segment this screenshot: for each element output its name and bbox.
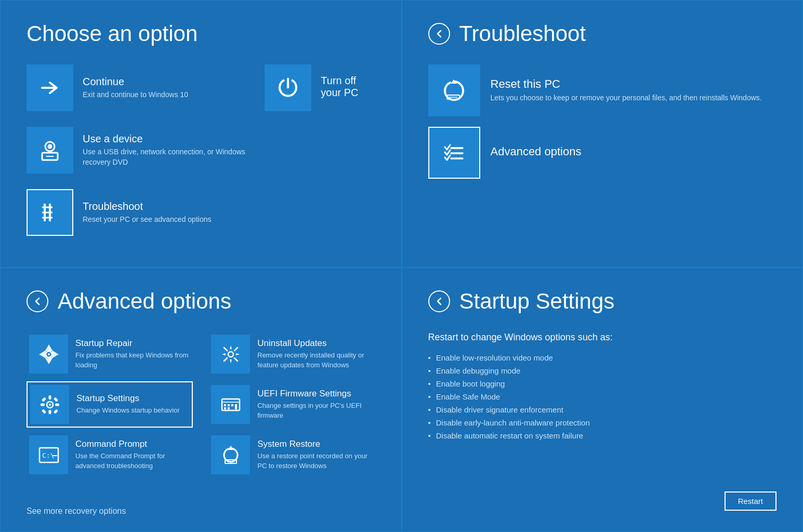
uninstall-updates-title: Uninstall Updates	[257, 338, 372, 349]
startup-repair-icon-box	[29, 335, 68, 374]
startup-settings-panel: Startup Settings Restart to change Windo…	[402, 268, 804, 532]
troubleshoot-text: Troubleshoot Reset your PC or see advanc…	[83, 201, 211, 225]
command-prompt-tile[interactable]: C:\ Command Prompt Use the Command Promp…	[27, 433, 193, 477]
q2-title: Troubleshoot	[428, 21, 777, 46]
q3-title: Advanced options	[27, 289, 375, 314]
svg-rect-40	[235, 404, 237, 409]
reset-pc-icon-box	[428, 64, 480, 116]
advanced-options-option[interactable]: Advanced options	[428, 127, 777, 179]
svg-marker-44	[228, 446, 234, 450]
startup-option-6: Disable early-launch anti-malware protec…	[428, 418, 777, 427]
uninstall-updates-desc: Remove recently installed quality or fea…	[257, 351, 372, 369]
reset-pc-desc: Lets you choose to keep or remove your p…	[491, 93, 762, 103]
uefi-firmware-tile[interactable]: UEFI Firmware Settings Change settings i…	[208, 381, 375, 428]
svg-rect-29	[41, 397, 46, 402]
q1-left-col: Continue Exit and continue to Windows 10…	[27, 64, 249, 246]
startup-option-7: Disable automatic restart on system fail…	[428, 431, 777, 440]
system-restore-text: System Restore Use a restore point recor…	[257, 439, 372, 470]
reset-pc-option[interactable]: Reset this PC Lets you choose to keep or…	[428, 64, 777, 116]
startup-option-2: Enable debugging mode	[428, 366, 777, 375]
troubleshoot-option[interactable]: Troubleshoot Reset your PC or see advanc…	[27, 189, 249, 236]
svg-point-24	[49, 404, 51, 406]
use-device-text: Use a device Use a USB drive, network co…	[83, 133, 249, 167]
uninstall-updates-tile[interactable]: Uninstall Updates Remove recently instal…	[208, 332, 375, 376]
restore-icon	[220, 444, 242, 466]
gear-icon	[220, 343, 242, 365]
turn-off-title: Turn off your PC	[321, 75, 375, 99]
startup-settings-title: Startup Settings	[76, 393, 180, 404]
svg-rect-36	[228, 404, 230, 406]
q1-right-col: Turn off your PC	[265, 64, 375, 246]
svg-rect-30	[53, 397, 58, 402]
q2-options: Reset this PC Lets you choose to keep or…	[428, 64, 777, 179]
svg-marker-16	[46, 345, 52, 351]
q1-title-text: Choose an option	[27, 21, 198, 46]
startup-settings-text: Startup Settings Change Windows startup …	[76, 393, 180, 415]
refresh-icon	[440, 76, 468, 105]
use-device-icon-box	[27, 127, 73, 174]
q3-tiles-grid: Startup Repair Fix problems that keep Wi…	[27, 332, 375, 477]
startup-repair-text: Startup Repair Fix problems that keep Wi…	[75, 338, 190, 369]
q4-title-text: Startup Settings	[459, 289, 615, 314]
continue-option[interactable]: Continue Exit and continue to Windows 10	[27, 64, 249, 111]
troubleshoot-icon-box	[27, 189, 73, 236]
turn-off-text: Turn off your PC	[321, 75, 375, 101]
system-restore-icon-box	[211, 435, 250, 474]
system-restore-desc: Use a restore point recorded on your PC …	[257, 451, 372, 470]
turn-off-option[interactable]: Turn off your PC	[265, 64, 375, 111]
restart-button[interactable]: Restart	[725, 491, 776, 511]
svg-rect-26	[48, 410, 51, 414]
svg-marker-17	[46, 358, 52, 363]
q1-options: Continue Exit and continue to Windows 10…	[27, 64, 375, 246]
choose-an-option-panel: Choose an option Continue Exit and conti…	[0, 0, 402, 268]
advanced-options-icon-box	[428, 127, 480, 179]
checklist-icon	[440, 139, 468, 167]
power-icon	[275, 75, 301, 101]
q3-back-button[interactable]	[27, 290, 48, 312]
startup-option-4: Enable Safe Mode	[428, 392, 777, 401]
continue-text: Continue Exit and continue to Windows 10	[83, 76, 188, 100]
uefi-firmware-desc: Change settings in your PC's UEFI firmwa…	[257, 401, 372, 420]
use-device-title: Use a device	[83, 133, 249, 145]
q3-title-text: Advanced options	[58, 289, 231, 314]
reset-pc-text: Reset this PC Lets you choose to keep or…	[491, 77, 762, 103]
continue-desc: Exit and continue to Windows 10	[83, 90, 188, 100]
system-restore-title: System Restore	[257, 439, 372, 449]
use-device-option[interactable]: Use a device Use a USB drive, network co…	[27, 127, 249, 174]
q1-title: Choose an option	[27, 21, 375, 46]
svg-rect-25	[48, 395, 51, 400]
svg-marker-19	[52, 351, 58, 357]
startup-subtitle: Restart to change Windows options such a…	[428, 332, 777, 343]
svg-rect-39	[228, 407, 230, 409]
startup-settings-tile[interactable]: Startup Settings Change Windows startup …	[27, 381, 193, 428]
see-more-recovery-link[interactable]: See more recovery options	[27, 507, 126, 516]
q4-back-button[interactable]	[428, 290, 450, 312]
svg-marker-18	[40, 351, 45, 357]
svg-point-21	[48, 353, 50, 355]
system-restore-tile[interactable]: System Restore Use a restore point recor…	[208, 433, 375, 477]
uefi-firmware-icon-box	[211, 385, 250, 424]
back-arrow-icon-q4	[434, 296, 444, 307]
svg-rect-28	[55, 403, 59, 406]
cmd-icon: C:\	[38, 444, 60, 466]
command-prompt-desc: Use the Command Prompt for advanced trou…	[75, 451, 190, 470]
startup-repair-tile[interactable]: Startup Repair Fix problems that keep Wi…	[27, 332, 193, 376]
device-icon	[37, 137, 63, 163]
wrench-gear-icon	[38, 343, 60, 365]
use-device-desc: Use a USB drive, network connection, or …	[83, 147, 249, 167]
startup-repair-desc: Fix problems that keep Windows from load…	[75, 351, 190, 369]
uefi-firmware-text: UEFI Firmware Settings Change settings i…	[257, 389, 372, 420]
startup-settings-icon-box	[30, 385, 69, 424]
q2-back-button[interactable]	[428, 23, 450, 45]
startup-options-list: Enable low-resolution video mode Enable …	[428, 353, 777, 440]
arrow-right-icon	[37, 75, 63, 101]
firmware-icon	[220, 394, 242, 416]
continue-icon-box	[27, 64, 73, 111]
troubleshoot-desc: Reset your PC or see advanced options	[83, 215, 211, 225]
startup-option-5: Disable driver signature enforcement	[428, 405, 777, 414]
svg-rect-27	[41, 403, 45, 406]
advanced-options-title: Advanced options	[491, 145, 582, 158]
gear2-icon	[39, 394, 61, 416]
command-prompt-icon-box: C:\	[29, 435, 68, 474]
turn-off-icon-box	[265, 64, 311, 111]
